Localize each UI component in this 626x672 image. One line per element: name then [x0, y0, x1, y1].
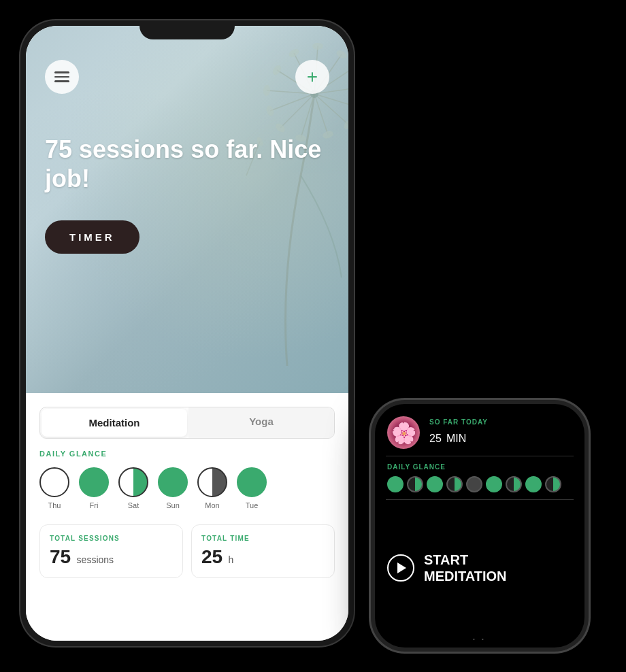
stat-sessions-label: TOTAL SESSIONS	[50, 535, 173, 542]
watch-daily-label: DAILY GLANCE	[387, 463, 572, 471]
hero-title: 75 sessions so far. Nice job!	[45, 135, 329, 193]
watch-circle-4	[446, 476, 463, 492]
day-label-tue: Tue	[246, 501, 259, 509]
content-section: Meditation Yoga DAILY GLANCE Thu Fri	[26, 407, 348, 641]
day-label-mon: Mon	[205, 501, 219, 509]
watch-so-far-label: SO FAR TODAY	[429, 418, 572, 426]
day-mon: Mon	[197, 467, 227, 509]
timer-button[interactable]: TIMER	[45, 220, 139, 254]
watch-circle-9	[545, 476, 561, 492]
day-circle-mon	[197, 467, 227, 497]
watch-circle-3	[427, 476, 443, 492]
hero-content: 75 sessions so far. Nice job! TIMER	[26, 94, 348, 254]
start-meditation-label: START MEDITATION	[424, 552, 572, 584]
watch-page-indicator: • •	[375, 636, 584, 648]
watch-circle-2	[407, 476, 423, 492]
day-fri: Fri	[79, 467, 109, 509]
watch-circles-row	[387, 476, 572, 492]
days-row: Thu Fri Sat Sun	[39, 467, 335, 509]
menu-line-2	[54, 76, 69, 78]
day-label-sat: Sat	[128, 501, 139, 509]
stat-sessions-unit: sessions	[77, 554, 114, 565]
stat-sessions-value: 75 sessions	[50, 546, 173, 568]
play-triangle	[397, 562, 406, 573]
day-sat: Sat	[118, 467, 148, 509]
watch-flower-icon	[387, 416, 420, 449]
phone-device: + 75 sessions so far. Nice job! TIMER Me…	[20, 20, 354, 646]
start-text: START MEDITATION	[424, 552, 572, 584]
stat-total-time: TOTAL TIME 25 h	[191, 524, 335, 578]
day-circle-fri	[79, 467, 109, 497]
daily-glance-title: DAILY GLANCE	[39, 450, 335, 458]
day-sun: Sun	[158, 467, 188, 509]
watch-circle-1	[387, 476, 403, 492]
stat-time-unit: h	[229, 554, 234, 565]
phone-screen: + 75 sessions so far. Nice job! TIMER Me…	[26, 26, 348, 641]
stat-sessions-number: 75	[50, 546, 71, 567]
stat-time-label: TOTAL TIME	[201, 535, 325, 542]
watch-so-far-info: SO FAR TODAY 25 MIN	[429, 418, 572, 447]
stat-time-value: 25 h	[201, 546, 325, 568]
day-tue: Tue	[237, 467, 267, 509]
activity-tabs: Meditation Yoga	[39, 407, 335, 439]
watch-minutes-value: 25 MIN	[429, 426, 572, 447]
phone-notch	[139, 20, 235, 39]
menu-button[interactable]	[45, 60, 79, 94]
menu-line-3	[54, 80, 69, 82]
day-circle-tue	[237, 467, 267, 497]
stat-total-sessions: TOTAL SESSIONS 75 sessions	[39, 524, 183, 578]
day-circle-sat	[118, 467, 148, 497]
play-icon[interactable]	[387, 554, 414, 582]
day-circle-thu	[39, 467, 69, 497]
day-label-thu: Thu	[48, 501, 61, 509]
day-label-fri: Fri	[90, 501, 99, 509]
day-circle-sun	[158, 467, 188, 497]
daily-glance-section: DAILY GLANCE Thu Fri Sat	[26, 439, 348, 516]
watch-circle-5	[466, 476, 482, 492]
watch-so-far-section: SO FAR TODAY 25 MIN	[375, 404, 584, 456]
day-thu: Thu	[39, 467, 69, 509]
add-button[interactable]: +	[295, 60, 329, 94]
watch-start-section[interactable]: START MEDITATION	[375, 500, 584, 636]
watch-device: SO FAR TODAY 25 MIN DAILY GLANCE	[371, 400, 589, 652]
day-label-sun: Sun	[166, 501, 180, 509]
stats-row: TOTAL SESSIONS 75 sessions TOTAL TIME 25…	[26, 516, 348, 586]
watch-daily-glance: DAILY GLANCE	[375, 456, 584, 499]
watch-circle-6	[486, 476, 502, 492]
hero-section: + 75 sessions so far. Nice job! TIMER	[26, 26, 348, 393]
tab-yoga[interactable]: Yoga	[188, 407, 334, 438]
watch-circle-7	[506, 476, 522, 492]
watch-circle-8	[525, 476, 542, 492]
menu-line-1	[54, 71, 69, 73]
tab-meditation[interactable]: Meditation	[42, 409, 187, 437]
stat-time-number: 25	[201, 546, 223, 567]
watch-screen: SO FAR TODAY 25 MIN DAILY GLANCE	[375, 404, 584, 648]
